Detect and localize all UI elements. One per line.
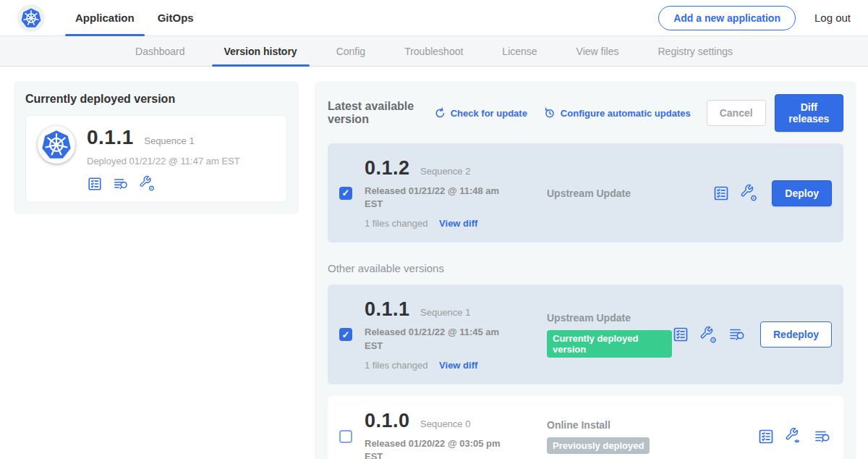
view-diff-link[interactable]: View diff	[439, 360, 477, 371]
view-files-diff-icon[interactable]	[112, 176, 129, 192]
kubernetes-logo	[17, 4, 45, 32]
released-timestamp: Released 01/21/22 @ 11:45 am EST	[365, 326, 509, 352]
version-checkbox[interactable]	[339, 430, 352, 443]
version-source: Online Install Previously deployed	[537, 419, 757, 454]
sequence-label: Sequence 0	[420, 418, 470, 429]
tab-application[interactable]: Application	[64, 0, 146, 35]
subnav-troubleshoot-label: Troubleshoot	[404, 46, 463, 57]
subnav-license[interactable]: License	[482, 36, 556, 66]
version-line: 0.1.1 Sequence 1	[365, 298, 537, 321]
subnav-config[interactable]: Config	[317, 36, 385, 66]
other-versions-title: Other available versions	[328, 262, 843, 274]
deployed-sequence-label: Sequence 1	[144, 135, 194, 146]
subnav-config-label: Config	[336, 46, 365, 57]
auto-update-clock-icon	[543, 106, 556, 119]
kubernetes-helm-icon	[20, 7, 42, 29]
app-window: Application GitOps Add a new application…	[0, 0, 868, 459]
top-header: Application GitOps Add a new application…	[0, 0, 868, 36]
version-info: 0.1.2 Sequence 2 Released 01/21/22 @ 11:…	[365, 157, 537, 229]
subnav-view-files-label: View files	[576, 46, 619, 57]
view-diff-link[interactable]: View diff	[439, 218, 477, 229]
config-settings-icon[interactable]	[699, 326, 718, 344]
deployed-version-number: 0.1.1	[87, 126, 134, 148]
files-changed-label: 1 files changed	[365, 360, 427, 371]
subnav-view-files[interactable]: View files	[557, 36, 639, 66]
version-line: 0.1.2 Sequence 2	[365, 157, 537, 180]
subnav-troubleshoot[interactable]: Troubleshoot	[385, 36, 482, 66]
version-row-0-1-2: 0.1.2 Sequence 2 Released 01/21/22 @ 11:…	[328, 143, 843, 243]
previously-deployed-badge: Previously deployed	[547, 437, 650, 454]
version-checkbox[interactable]	[339, 187, 352, 200]
version-number: 0.1.1	[365, 298, 410, 320]
check-for-update-link[interactable]: Check for update	[434, 107, 527, 119]
subnav-registry-settings-label: Registry settings	[658, 46, 733, 57]
version-actions	[757, 427, 832, 445]
deployed-version-actions	[87, 175, 240, 192]
release-notes-icon[interactable]	[672, 326, 689, 343]
version-row-0-1-0: 0.1.0 Sequence 0 Released 01/20/22 @ 03:…	[328, 396, 843, 459]
app-icon-badge	[38, 126, 75, 164]
version-row-0-1-1: 0.1.1 Sequence 1 Released 01/21/22 @ 11:…	[328, 285, 843, 384]
source-label: Upstream Update	[547, 188, 712, 199]
files-changed-label: 1 files changed	[365, 218, 427, 229]
version-checkbox[interactable]	[339, 328, 352, 341]
version-info: 0.1.1 Sequence 1 Released 01/21/22 @ 11:…	[365, 298, 537, 370]
config-settings-icon[interactable]	[139, 175, 156, 192]
check-for-update-label: Check for update	[451, 108, 527, 119]
latest-version-header: Latest available version Check for updat…	[328, 94, 843, 132]
cancel-button[interactable]: Cancel	[707, 100, 766, 126]
tab-gitops[interactable]: GitOps	[146, 0, 205, 35]
source-label: Online Install	[547, 419, 757, 431]
view-files-diff-icon[interactable]	[728, 326, 746, 343]
config-view-icon[interactable]	[785, 427, 803, 445]
subnav-dashboard[interactable]: Dashboard	[116, 36, 205, 66]
view-files-diff-icon[interactable]	[813, 428, 832, 445]
configure-automatic-updates-link[interactable]: Configure automatic updates	[543, 106, 691, 119]
source-label: Upstream Update	[547, 312, 672, 324]
files-changed-line: 1 files changed View diff	[365, 360, 537, 371]
files-changed-line: 1 files changed View diff	[365, 218, 537, 229]
main-content: Currently deployed version 0.1.1 Sequenc…	[0, 67, 868, 459]
release-notes-icon[interactable]	[757, 428, 775, 445]
configure-automatic-updates-label: Configure automatic updates	[561, 108, 691, 119]
version-source: Upstream Update Currently deployed versi…	[537, 312, 672, 358]
version-info: 0.1.0 Sequence 0 Released 01/20/22 @ 03:…	[365, 410, 537, 459]
app-subnav: Dashboard Version history Config Trouble…	[0, 36, 868, 67]
version-source: Upstream Update	[537, 188, 712, 199]
subnav-registry-settings[interactable]: Registry settings	[639, 36, 752, 66]
deployed-version-line: 0.1.1 Sequence 1	[87, 126, 240, 149]
version-actions: Redeploy	[672, 321, 832, 348]
config-settings-icon[interactable]	[740, 184, 758, 202]
diff-releases-button[interactable]: Diff releases	[775, 94, 843, 132]
deployed-version-body: 0.1.1 Sequence 1 Deployed 01/21/22 @ 11:…	[87, 126, 240, 192]
release-notes-icon[interactable]	[712, 185, 730, 202]
release-notes-icon[interactable]	[87, 176, 103, 192]
version-line: 0.1.0 Sequence 0	[365, 410, 537, 432]
sequence-label: Sequence 1	[420, 307, 470, 318]
deploy-button[interactable]: Deploy	[772, 180, 832, 206]
kubernetes-helm-icon	[41, 129, 72, 161]
version-number: 0.1.2	[365, 157, 410, 179]
currently-deployed-panel: Currently deployed version 0.1.1 Sequenc…	[14, 81, 299, 214]
subnav-dashboard-label: Dashboard	[135, 46, 185, 57]
currently-deployed-badge: Currently deployed version	[547, 330, 672, 358]
logout-link[interactable]: Log out	[814, 12, 851, 24]
sequence-label: Sequence 2	[420, 166, 470, 177]
tab-application-label: Application	[75, 12, 135, 24]
version-number: 0.1.0	[365, 410, 410, 431]
released-timestamp: Released 01/21/22 @ 11:48 am EST	[365, 185, 509, 211]
subnav-version-history-label: Version history	[224, 46, 297, 57]
released-timestamp: Released 01/20/22 @ 03:05 pm EST	[365, 437, 509, 459]
deployed-timestamp: Deployed 01/21/22 @ 11:47 am EST	[87, 156, 240, 167]
tab-gitops-label: GitOps	[158, 12, 194, 24]
header-tabs: Application GitOps	[64, 0, 205, 35]
subnav-license-label: License	[502, 46, 537, 57]
version-actions: Deploy	[712, 180, 832, 206]
deployed-version-card: 0.1.1 Sequence 1 Deployed 01/21/22 @ 11:…	[25, 115, 287, 203]
available-versions-panel: Latest available version Check for updat…	[315, 81, 856, 459]
currently-deployed-title: Currently deployed version	[25, 93, 287, 106]
redeploy-button[interactable]: Redeploy	[760, 321, 832, 348]
subnav-version-history[interactable]: Version history	[205, 36, 317, 66]
refresh-icon	[434, 107, 446, 119]
add-application-button[interactable]: Add a new application	[658, 6, 796, 30]
